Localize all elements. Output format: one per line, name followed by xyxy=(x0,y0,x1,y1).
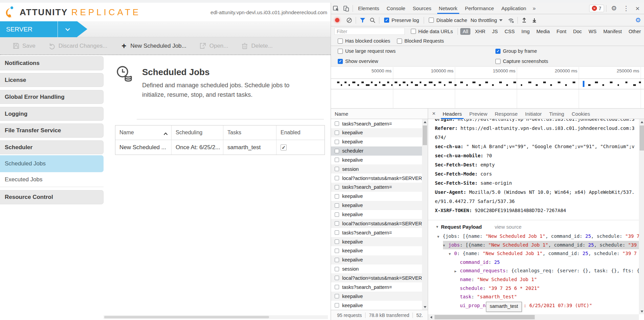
new-scheduled-job-button[interactable]: +New Scheduled Job... xyxy=(120,42,186,50)
type-filter-manifest[interactable]: Manifest xyxy=(601,28,624,35)
delete-button[interactable]: Delete... xyxy=(241,42,272,50)
blocked-requests-checkbox[interactable]: Blocked Requests xyxy=(397,38,444,44)
scroll-down-button[interactable] xyxy=(639,308,644,314)
request-row-tasks-search-pattern[interactable]: tasks?search_pattern= xyxy=(331,183,422,192)
collapse-arrow-icon[interactable]: ▼ xyxy=(443,241,448,250)
request-row-scheduler[interactable]: scheduler xyxy=(331,146,422,156)
payload-line[interactable]: schedule: "39 7 25 6 * 2021" xyxy=(428,284,639,293)
scrollbar-thumb[interactable] xyxy=(423,125,427,145)
request-row-keepalive[interactable]: keepalive xyxy=(331,210,422,219)
collapse-arrow-icon[interactable]: ▼ xyxy=(437,232,443,241)
column-header-name[interactable]: Name xyxy=(115,125,172,140)
import-har-icon[interactable] xyxy=(519,16,529,25)
payload-line[interactable]: ▼jobs: [{name: "New Scheduled Job 1", co… xyxy=(428,241,639,250)
checkbox-unchecked-icon[interactable] xyxy=(429,18,434,23)
sidebar-item-executed-jobs[interactable]: Executed Jobs xyxy=(0,173,104,187)
clear-network-log-icon[interactable] xyxy=(344,16,354,25)
requests-scrollbar[interactable] xyxy=(422,119,428,310)
filter-funnel-icon[interactable] xyxy=(357,16,368,25)
details-tab-response[interactable]: Response xyxy=(491,109,521,119)
request-row-keepalive[interactable]: keepalive xyxy=(331,137,422,146)
request-row-session[interactable]: session xyxy=(331,265,422,274)
record-network-log-button[interactable] xyxy=(335,18,339,22)
network-overview-strip[interactable] xyxy=(331,78,644,89)
type-filter-all[interactable]: All xyxy=(460,28,470,35)
checkbox-checked-icon[interactable]: ✓ xyxy=(495,49,501,54)
details-tab-initiator[interactable]: Initiator xyxy=(521,109,546,119)
type-filter-ws[interactable]: WS xyxy=(586,28,599,35)
payload-line[interactable]: command_id: 25 xyxy=(428,258,639,267)
network-settings-gear-icon[interactable]: ⚙ xyxy=(635,16,641,24)
details-tab-cookies[interactable]: Cookies xyxy=(568,109,594,119)
sidebar-item-scheduler[interactable]: Scheduler xyxy=(0,140,104,154)
request-row-keepalive[interactable]: keepalive xyxy=(331,201,422,210)
payload-line[interactable]: ▼{jobs: [{name: "New Scheduled Job 1", c… xyxy=(428,232,639,241)
scrollbar-thumb[interactable] xyxy=(640,125,644,151)
kebab-menu-icon[interactable]: ⋮ xyxy=(620,4,632,12)
request-row-keepalive[interactable]: keepalive xyxy=(331,301,422,310)
server-dropdown[interactable] xyxy=(58,21,77,37)
payload-line[interactable]: ▶command_requests: {cleanlogs_req: {serv… xyxy=(428,267,639,275)
request-row-tasks-search-pattern[interactable]: tasks?search_pattern= xyxy=(331,228,422,237)
server-tab-label[interactable]: SERVER xyxy=(0,21,58,37)
checkbox-unchecked-icon[interactable] xyxy=(338,39,343,44)
tab-sources[interactable]: Sources xyxy=(409,3,435,14)
request-row-keepalive[interactable]: keepalive xyxy=(331,255,422,265)
more-tabs-button[interactable]: » xyxy=(530,5,538,12)
sidebar-item-license[interactable]: License xyxy=(0,73,104,87)
capture-screenshots-checkbox[interactable]: Capture screenshots xyxy=(495,59,548,64)
save-button[interactable]: Save xyxy=(12,42,36,50)
column-header-tasks[interactable]: Tasks xyxy=(223,125,276,140)
sidebar-item-resource-control[interactable]: Resource Control xyxy=(0,190,104,204)
hide-data-urls-checkbox[interactable]: Hide data URLs xyxy=(411,29,453,34)
request-row-keepalive[interactable]: keepalive xyxy=(331,192,422,201)
type-filter-img[interactable]: Img xyxy=(519,28,532,35)
collapse-arrow-icon[interactable]: ▼ xyxy=(449,250,454,258)
network-conditions-icon[interactable] xyxy=(506,16,516,25)
sidebar-item-global-error-handling[interactable]: Global Error Handling xyxy=(0,90,104,104)
sidebar-item-scheduled-jobs[interactable]: Scheduled Jobs xyxy=(0,155,104,172)
scrollbar-thumb[interactable] xyxy=(435,315,535,319)
request-row-local-action-status-mask-server[interactable]: local?action=status&mask=SERVER xyxy=(331,273,422,282)
tab-application[interactable]: Application xyxy=(498,3,530,14)
tab-performance[interactable]: Performance xyxy=(461,3,498,14)
type-filter-other[interactable]: Other xyxy=(626,28,643,35)
type-filter-css[interactable]: CSS xyxy=(502,28,517,35)
scroll-up-button[interactable] xyxy=(639,119,644,125)
type-filter-xhr[interactable]: XHR xyxy=(472,28,488,35)
filter-input[interactable] xyxy=(334,28,405,35)
type-filter-font[interactable]: Font xyxy=(554,28,569,35)
payload-line[interactable]: task: "samarth_test" xyxy=(428,293,639,301)
type-filter-js[interactable]: JS xyxy=(490,28,500,35)
type-filter-doc[interactable]: Doc xyxy=(571,28,584,35)
enabled-checkbox[interactable]: ✓ xyxy=(281,144,287,151)
error-count-badge[interactable]: ✕ 7 xyxy=(589,5,604,12)
tab-console[interactable]: Console xyxy=(383,3,409,14)
show-overview-checkbox[interactable]: ✓ Show overview xyxy=(338,59,378,64)
payload-line[interactable]: ▼0: {name: "New Scheduled Job 1", comman… xyxy=(428,249,639,258)
details-horizontal-scrollbar[interactable] xyxy=(428,314,639,320)
collapse-arrow-icon[interactable]: ▼ xyxy=(436,225,439,229)
request-row-tasks-search-pattern[interactable]: tasks?search_pattern= xyxy=(331,119,422,128)
scrollbar-thumb[interactable] xyxy=(104,316,269,318)
request-row-session[interactable]: session xyxy=(331,164,422,174)
checkbox-unchecked-icon[interactable] xyxy=(397,39,402,44)
search-icon[interactable] xyxy=(368,16,378,25)
preserve-log-checkbox[interactable]: ✓ Preserve log xyxy=(384,18,419,23)
details-tab-timing[interactable]: Timing xyxy=(546,109,568,119)
throttling-select[interactable]: No throttling xyxy=(470,18,497,23)
server-tab[interactable]: SERVER xyxy=(0,21,87,37)
sidebar-item-notifications[interactable]: Notifications xyxy=(0,56,104,70)
column-header-scheduling[interactable]: Scheduling xyxy=(172,125,223,140)
sidebar-item-logging[interactable]: Logging xyxy=(0,107,104,121)
checkbox-unchecked-icon[interactable] xyxy=(338,49,343,54)
details-tab-preview[interactable]: Preview xyxy=(466,109,491,119)
request-row-keepalive[interactable]: keepalive xyxy=(331,246,422,255)
open-button[interactable]: Open... xyxy=(199,42,228,50)
type-filter-media[interactable]: Media xyxy=(534,28,552,35)
checkbox-checked-icon[interactable]: ✓ xyxy=(384,18,389,23)
tab-elements[interactable]: Elements xyxy=(354,3,383,14)
payload-line[interactable]: name: "New Scheduled Job 1" xyxy=(428,275,639,284)
checkbox-unchecked-icon[interactable] xyxy=(411,29,416,34)
app-horizontal-scrollbar[interactable] xyxy=(104,315,328,319)
